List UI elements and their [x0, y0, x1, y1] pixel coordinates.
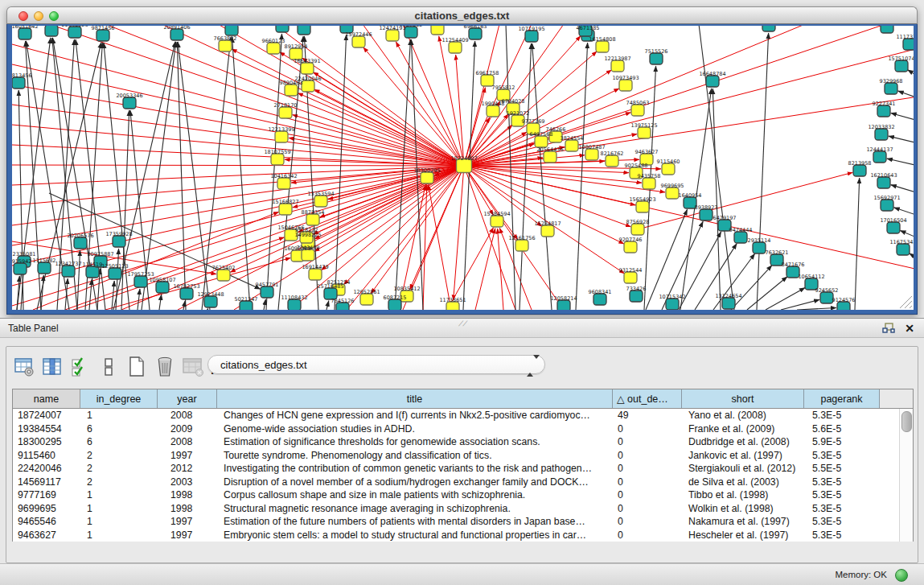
graph-node[interactable]: [301, 63, 314, 74]
table-row[interactable]: 946554611997Estimation of the future num…: [13, 515, 913, 529]
graph-node[interactable]: [405, 27, 417, 38]
graph-node[interactable]: [631, 224, 644, 235]
float-window-icon[interactable]: [882, 323, 895, 334]
network-canvas[interactable]: 1872400776638229660123891295416543391224…: [12, 26, 914, 310]
graph-node[interactable]: [636, 201, 649, 212]
graph-node[interactable]: [38, 262, 51, 274]
graph-node[interactable]: [68, 27, 81, 38]
graph-node[interactable]: [885, 83, 897, 94]
graph-node[interactable]: [638, 127, 651, 138]
graph-node[interactable]: [853, 165, 866, 176]
graph-node[interactable]: [881, 26, 893, 33]
graph-node[interactable]: [170, 29, 183, 40]
graph-node[interactable]: [515, 240, 528, 251]
graph-node[interactable]: [360, 294, 373, 305]
graph-node[interactable]: [225, 26, 238, 35]
vertical-scrollbar[interactable]: [899, 409, 913, 542]
network-window-titlebar[interactable]: citations_edges.txt: [6, 6, 918, 24]
graph-node[interactable]: [753, 242, 766, 253]
graph-node[interactable]: [123, 97, 136, 109]
column-header-name[interactable]: name: [13, 389, 80, 408]
graph-node[interactable]: [275, 131, 288, 142]
citation-graph[interactable]: 1872400776638229660123891295416543391224…: [12, 26, 914, 310]
graph-node[interactable]: [298, 26, 310, 35]
graph-node[interactable]: [650, 53, 663, 64]
table-row[interactable]: 946362711997Embryonic stem cells: a mode…: [13, 529, 913, 542]
graph-node[interactable]: [352, 36, 365, 47]
graph-node[interactable]: [314, 196, 327, 207]
graph-node[interactable]: [113, 236, 125, 247]
column-header-in_degree[interactable]: in_degree: [80, 389, 158, 408]
graph-node[interactable]: [12, 77, 25, 89]
graph-node[interactable]: [895, 60, 908, 72]
graph-node[interactable]: [875, 129, 888, 140]
table-row[interactable]: 911546021997Tourette syndrome. Phenomeno…: [13, 449, 913, 463]
graph-node[interactable]: [596, 41, 609, 52]
graph-node[interactable]: [180, 288, 193, 299]
column-header-year[interactable]: year: [158, 389, 217, 408]
graph-node[interactable]: [109, 268, 121, 279]
graph-node[interactable]: [156, 282, 169, 293]
graph-node[interactable]: [611, 60, 624, 72]
graph-node[interactable]: [887, 222, 900, 233]
graph-node[interactable]: [302, 80, 314, 92]
table-row[interactable]: 1872400712008Changes of HCN gene express…: [13, 409, 913, 422]
column-header-title[interactable]: title: [217, 389, 613, 408]
table-row[interactable]: 1456911722003Disruption of a novel membe…: [13, 476, 913, 489]
close-icon[interactable]: ✕: [905, 321, 914, 336]
graph-node[interactable]: [535, 136, 548, 147]
graph-node[interactable]: [97, 30, 109, 41]
graph-node[interactable]: [873, 151, 886, 163]
select-rows-icon[interactable]: [69, 356, 92, 378]
graph-node[interactable]: [706, 76, 719, 87]
graph-node[interactable]: [762, 26, 775, 31]
graph-node[interactable]: [86, 266, 99, 278]
graph-node[interactable]: [565, 140, 578, 151]
graph-node[interactable]: [267, 43, 280, 54]
splitter-grip-icon[interactable]: ⟋⟋: [458, 319, 467, 328]
graph-node[interactable]: [877, 105, 890, 117]
graph-node[interactable]: [491, 216, 503, 227]
table-mode-icon[interactable]: [13, 356, 35, 378]
graph-node[interactable]: [421, 172, 433, 183]
graph-node[interactable]: [309, 269, 322, 280]
graph-node[interactable]: [62, 266, 75, 277]
graph-node[interactable]: [217, 270, 230, 281]
column-header-out_de[interactable]: △ out_de…: [613, 389, 682, 408]
graph-node[interactable]: [700, 209, 713, 220]
graph-node[interactable]: [606, 155, 618, 167]
graph-node[interactable]: [271, 154, 284, 165]
table-row[interactable]: 977716911998Corpus callosum shape and si…: [13, 488, 913, 502]
graph-node[interactable]: [881, 200, 893, 211]
graph-node[interactable]: [386, 30, 399, 41]
table-row[interactable]: 1830029562008Estimation of significance …: [13, 435, 913, 449]
graph-node[interactable]: [734, 232, 747, 243]
table-selector-dropdown[interactable]: citations_edges.txt: [207, 355, 545, 374]
graph-node[interactable]: [449, 42, 462, 53]
graph-node[interactable]: [877, 177, 890, 188]
column-header-short[interactable]: short: [682, 389, 804, 408]
graph-node[interactable]: [469, 28, 482, 39]
delete-column-icon[interactable]: [154, 356, 176, 378]
table-row[interactable]: 2242004622012Investigating the contribut…: [13, 462, 913, 476]
graph-node[interactable]: [219, 40, 232, 51]
graph-node[interactable]: [277, 178, 290, 189]
graph-node[interactable]: [666, 187, 679, 199]
graph-node[interactable]: [14, 263, 27, 274]
graph-node[interactable]: [279, 204, 292, 215]
graph-node[interactable]: [541, 225, 554, 237]
graph-node[interactable]: [285, 84, 298, 96]
graph-node[interactable]: [897, 244, 910, 255]
graph-node[interactable]: [585, 149, 598, 160]
graph-node[interactable]: [306, 214, 319, 225]
graph-node[interactable]: [631, 105, 644, 116]
memory-status-icon[interactable]: [895, 569, 908, 582]
graph-node[interactable]: [662, 163, 675, 175]
graph-node[interactable]: [276, 26, 289, 32]
graph-node[interactable]: [487, 105, 499, 117]
new-column-icon[interactable]: [125, 356, 148, 378]
table-row[interactable]: 969969511998Structural magnetic resonanc…: [13, 502, 913, 516]
graph-node[interactable]: [431, 26, 444, 35]
graph-node[interactable]: [45, 26, 58, 36]
column-header-pagerank[interactable]: pagerank: [804, 389, 880, 408]
